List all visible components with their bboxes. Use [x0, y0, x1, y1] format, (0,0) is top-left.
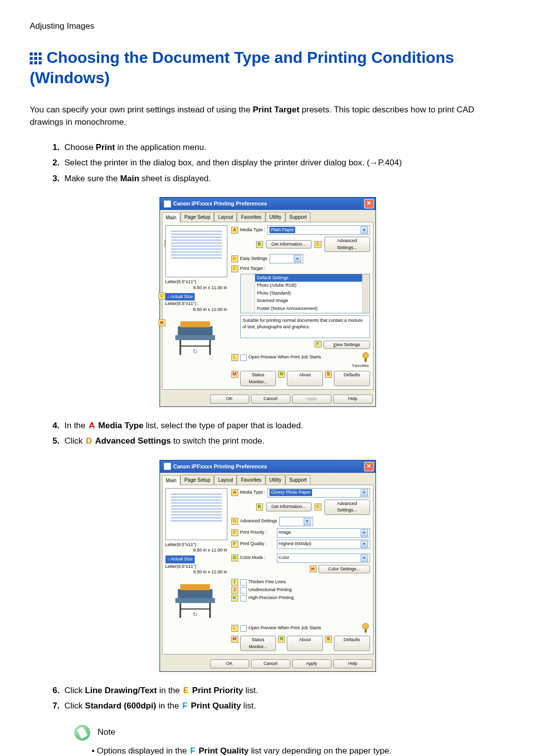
- favorites-icon[interactable]: [361, 352, 370, 363]
- about-button[interactable]: About: [287, 371, 323, 386]
- callout-r: R: [159, 319, 165, 326]
- color-mode-dropdown[interactable]: Color: [277, 554, 370, 563]
- list-item[interactable]: Photo (Standard): [255, 290, 362, 298]
- tab-support[interactable]: Support: [285, 475, 311, 485]
- printer-image: ↻: [173, 579, 220, 621]
- svg-text:↻: ↻: [193, 348, 198, 355]
- apply-button[interactable]: Apply: [292, 659, 331, 668]
- page-preview: [165, 488, 227, 540]
- svg-rect-17: [365, 358, 367, 362]
- print-target-listbox[interactable]: Default Settings Photo (Adobe RGB) Photo…: [240, 274, 370, 313]
- advanced-settings-button[interactable]: Advanced Settings...: [324, 237, 370, 252]
- tab-main[interactable]: Main: [162, 212, 181, 222]
- list-item[interactable]: Poster (Notice Announcement): [255, 305, 362, 313]
- tab-main[interactable]: Main: [162, 475, 181, 485]
- advanced-settings-button[interactable]: Advanced Settings...: [324, 500, 370, 515]
- settings-mode-dropdown[interactable]: [279, 517, 313, 526]
- callout-a: A: [231, 227, 238, 234]
- tab-page-setup[interactable]: Page Setup: [180, 475, 214, 485]
- close-icon[interactable]: ✕: [364, 462, 374, 471]
- open-preview-checkbox[interactable]: [240, 354, 247, 361]
- dialog-tabs: Main Page Setup Layout Favorites Utility…: [160, 473, 375, 485]
- easy-settings-dropdown[interactable]: [269, 254, 303, 263]
- note-label: Note: [98, 726, 115, 739]
- ok-button[interactable]: OK: [210, 395, 249, 403]
- tab-favorites[interactable]: Favorites: [237, 475, 265, 485]
- chevron-down-icon: [361, 489, 368, 497]
- step-5: Click D Advanced Settings to switch the …: [62, 435, 505, 448]
- step-1: Choose Print in the application menu.: [62, 141, 505, 154]
- app-icon: [164, 463, 171, 470]
- thicken-checkbox[interactable]: [240, 579, 247, 586]
- print-priority-label: Print Priority :: [240, 529, 275, 536]
- tab-page-setup[interactable]: Page Setup: [180, 212, 214, 222]
- tab-layout[interactable]: Layout: [214, 475, 237, 485]
- list-item[interactable]: Photo (Adobe RGB): [255, 282, 362, 290]
- callout-h: H: [310, 565, 317, 572]
- callout-f: F: [231, 541, 238, 548]
- tab-favorites[interactable]: Favorites: [237, 212, 265, 222]
- color-settings-button[interactable]: Color Settings...: [319, 565, 370, 574]
- apply-button[interactable]: Apply: [292, 395, 331, 403]
- cancel-button[interactable]: Cancel: [251, 395, 290, 403]
- svg-rect-0: [30, 52, 33, 55]
- output-size-info: Letter(8.5"x11") : 8.50 in x 11.00 in: [165, 301, 227, 312]
- cancel-button[interactable]: Cancel: [251, 659, 290, 668]
- print-priority-dropdown[interactable]: Image: [277, 528, 370, 538]
- defaults-button[interactable]: Defaults: [334, 636, 370, 651]
- tab-support[interactable]: Support: [285, 212, 311, 222]
- printing-preferences-dialog-2: Canon iPFxxxx Printing Preferences ✕ Mai…: [160, 460, 376, 672]
- list-item[interactable]: Default Settings: [255, 274, 362, 282]
- help-button[interactable]: Help: [333, 395, 373, 403]
- grid-icon: [30, 52, 42, 64]
- dialog-titlebar: Canon iPFxxxx Printing Preferences ✕: [160, 198, 375, 210]
- callout-s: S: [325, 371, 332, 378]
- svg-rect-10: [180, 321, 210, 327]
- list-item[interactable]: Scanned Image: [255, 297, 362, 305]
- list-item[interactable]: Poster (Photo: Studio): [255, 312, 362, 313]
- status-monitor-button[interactable]: Status Monitor...: [240, 371, 276, 386]
- callout-c: C: [315, 241, 321, 248]
- high-precision-checkbox[interactable]: [240, 595, 247, 602]
- callout-g: G: [231, 554, 238, 561]
- tab-utility[interactable]: Utility: [266, 475, 285, 485]
- open-preview-checkbox[interactable]: [240, 625, 247, 632]
- scrollbar[interactable]: [362, 274, 370, 313]
- callout-l: L: [231, 354, 238, 361]
- callout-f: F: [315, 341, 321, 348]
- media-type-label: Media Type :: [240, 227, 266, 234]
- unidirectional-checkbox[interactable]: [240, 587, 247, 594]
- dialog-tabs: Main Page Setup Layout Favorites Utility…: [160, 210, 375, 222]
- chevron-down-icon: [361, 529, 368, 537]
- get-information-button[interactable]: Get Information...: [266, 240, 312, 249]
- svg-rect-2: [39, 52, 42, 55]
- defaults-button[interactable]: Defaults: [334, 371, 370, 386]
- chevron-down-icon: [304, 518, 311, 525]
- callout-e: E: [231, 265, 238, 272]
- ok-button[interactable]: OK: [210, 659, 249, 668]
- get-information-button[interactable]: Get Information...: [266, 503, 312, 511]
- svg-rect-4: [34, 57, 37, 60]
- help-button[interactable]: Help: [333, 659, 373, 668]
- advanced-settings-label: Advanced Settings: [240, 518, 277, 525]
- step-2: Select the printer in the dialog box, an…: [62, 156, 505, 169]
- step-7: Click Standard (600dpi) in the F Print Q…: [62, 700, 505, 712]
- media-type-dropdown[interactable]: Plain Paper: [268, 225, 370, 235]
- callout-m: M: [231, 371, 238, 378]
- print-quality-dropdown[interactable]: Highest (600dpi): [277, 540, 370, 549]
- media-type-dropdown[interactable]: Glossy Photo Paper: [268, 488, 370, 498]
- svg-rect-3: [30, 57, 33, 60]
- callout-k: K: [231, 595, 238, 602]
- tab-layout[interactable]: Layout: [214, 212, 237, 222]
- print-target-label: Print Target :: [240, 266, 266, 271]
- page-size-info: Letter(8.5"x11") : 8.50 in x 11.00 in: [165, 279, 227, 291]
- dialog-titlebar: Canon iPFxxxx Printing Preferences ✕: [160, 460, 375, 473]
- favorites-icon[interactable]: [361, 623, 370, 634]
- svg-point-16: [363, 353, 369, 358]
- close-icon[interactable]: ✕: [364, 199, 374, 208]
- callout-o: O: [159, 293, 165, 300]
- tab-utility[interactable]: Utility: [266, 212, 285, 222]
- view-settings-button[interactable]: VView Settingsiew Settings: [323, 341, 370, 350]
- about-button[interactable]: About: [287, 636, 323, 651]
- status-monitor-button[interactable]: Status Monitor...: [240, 636, 276, 651]
